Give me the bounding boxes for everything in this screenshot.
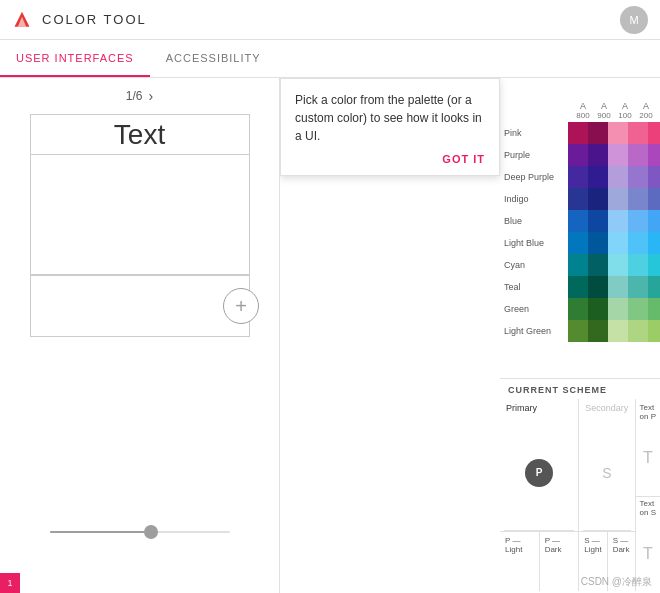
color-swatch[interactable] (588, 276, 608, 298)
header: COLOR TOOL M (0, 0, 660, 40)
col-label-900: A (601, 101, 607, 111)
palette-row-cyan: Cyan (500, 254, 660, 276)
color-swatch[interactable] (648, 122, 660, 144)
color-swatch[interactable] (588, 232, 608, 254)
slider-track[interactable] (50, 531, 230, 533)
color-swatch[interactable] (568, 166, 588, 188)
secondary-main: S (583, 415, 630, 531)
pagination-text: 1/6 (126, 89, 143, 103)
color-swatch[interactable] (608, 298, 628, 320)
color-swatch[interactable] (568, 188, 588, 210)
color-swatch[interactable] (648, 166, 660, 188)
color-swatch[interactable] (648, 320, 660, 342)
color-swatch[interactable] (568, 232, 588, 254)
avatar[interactable]: M (620, 6, 648, 34)
scheme-text-on: Text on P T Text on S T (636, 399, 660, 591)
palette-row-label: Purple (500, 150, 568, 160)
color-swatch[interactable] (628, 276, 648, 298)
color-swatch[interactable] (628, 188, 648, 210)
palette-row-blue: Blue (500, 210, 660, 232)
slider-fill (50, 531, 158, 533)
slider-area (50, 531, 230, 533)
color-swatch[interactable] (568, 298, 588, 320)
palette-row-label: Cyan (500, 260, 568, 270)
color-swatch[interactable] (648, 298, 660, 320)
palette-row-teal: Teal (500, 276, 660, 298)
color-swatch[interactable] (628, 166, 648, 188)
palette-row-light-blue: Light Blue (500, 232, 660, 254)
primary-fab-label: P (536, 467, 543, 478)
col-sublabel-800: 800 (576, 111, 589, 120)
slider-thumb[interactable] (144, 525, 158, 539)
col-label-100: A (622, 101, 628, 111)
color-swatch[interactable] (648, 232, 660, 254)
color-swatch[interactable] (568, 320, 588, 342)
color-swatch[interactable] (588, 298, 608, 320)
color-swatch[interactable] (628, 232, 648, 254)
color-swatch[interactable] (628, 254, 648, 276)
color-swatch[interactable] (568, 254, 588, 276)
color-swatch[interactable] (588, 210, 608, 232)
color-swatch[interactable] (568, 276, 588, 298)
primary-fab[interactable]: P (525, 459, 553, 487)
color-swatch[interactable] (628, 210, 648, 232)
text-on-p-label: Text on P (636, 399, 660, 421)
color-swatch[interactable] (568, 144, 588, 166)
ui-preview: Text (30, 114, 250, 337)
scheme-primary: Primary P P — Light P — Dark (500, 399, 579, 591)
palette-container: A 800 A 900 A 100 A 200 (500, 78, 660, 593)
color-swatch[interactable] (568, 210, 588, 232)
color-swatch[interactable] (648, 254, 660, 276)
color-swatch[interactable] (648, 144, 660, 166)
color-swatch[interactable] (608, 122, 628, 144)
color-swatch[interactable] (608, 210, 628, 232)
right-panel: Pick a color from the palette (or a cust… (280, 78, 660, 593)
color-swatch[interactable] (608, 166, 628, 188)
color-swatch[interactable] (568, 122, 588, 144)
primary-main: P (504, 415, 574, 531)
primary-light-label: P — Light (505, 536, 522, 554)
palette-row-label: Blue (500, 216, 568, 226)
color-swatch[interactable] (628, 320, 648, 342)
color-swatch[interactable] (648, 210, 660, 232)
color-swatch[interactable] (588, 188, 608, 210)
color-swatch[interactable] (608, 188, 628, 210)
color-swatch[interactable] (608, 276, 628, 298)
palette-row-label: Green (500, 304, 568, 314)
palette-row-label: Light Blue (500, 238, 568, 248)
color-swatch[interactable] (648, 188, 660, 210)
color-swatch[interactable] (588, 122, 608, 144)
secondary-light-label: S — Light (584, 536, 601, 554)
tab-accessibility[interactable]: ACCESSIBILITY (150, 40, 277, 77)
ui-preview-bottom (31, 276, 249, 336)
color-swatch[interactable] (588, 320, 608, 342)
scheme-title: CURRENT SCHEME (500, 379, 660, 399)
pagination-next-icon[interactable]: › (149, 88, 154, 104)
tooltip-got-it-button[interactable]: GOT IT (295, 153, 485, 165)
app-title: COLOR TOOL (42, 12, 147, 27)
ui-preview-body (31, 155, 249, 275)
tab-user-interfaces[interactable]: USER INTERFACES (0, 40, 150, 77)
color-swatch[interactable] (588, 144, 608, 166)
color-swatch[interactable] (588, 166, 608, 188)
current-scheme: CURRENT SCHEME Primary P P — Light (500, 378, 660, 593)
color-swatch[interactable] (608, 144, 628, 166)
secondary-label: Secondary (579, 399, 634, 415)
color-swatch[interactable] (608, 232, 628, 254)
tooltip-text: Pick a color from the palette (or a cust… (295, 91, 485, 145)
palette-row-label: Indigo (500, 194, 568, 204)
fab-add-button[interactable]: + (223, 288, 259, 324)
logo-icon (12, 10, 32, 30)
ui-preview-text: Text (114, 119, 165, 151)
palette-row-indigo: Indigo (500, 188, 660, 210)
tooltip: Pick a color from the palette (or a cust… (280, 78, 500, 176)
color-swatch[interactable] (588, 254, 608, 276)
color-swatch[interactable] (628, 144, 648, 166)
color-swatch[interactable] (628, 298, 648, 320)
tabs-bar: USER INTERFACES ACCESSIBILITY (0, 40, 660, 78)
primary-label: Primary (500, 399, 578, 415)
color-swatch[interactable] (648, 276, 660, 298)
color-swatch[interactable] (608, 254, 628, 276)
color-swatch[interactable] (628, 122, 648, 144)
color-swatch[interactable] (608, 320, 628, 342)
